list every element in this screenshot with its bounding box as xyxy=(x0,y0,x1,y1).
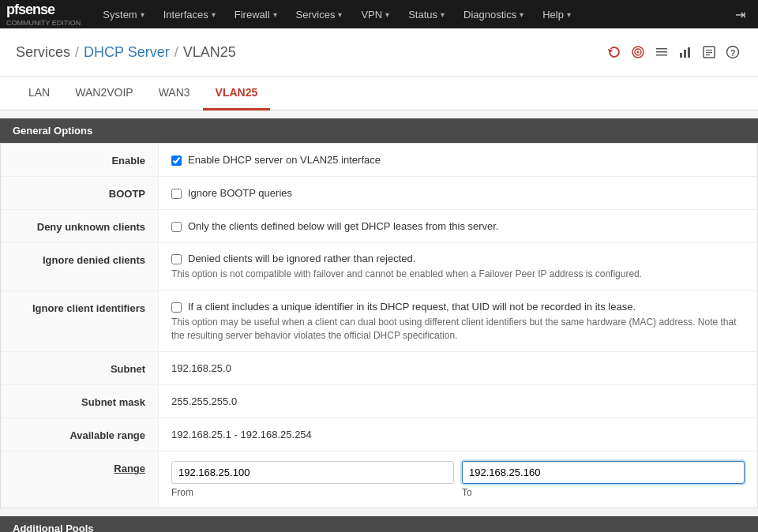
toolbar-icon-list[interactable] xyxy=(652,43,671,62)
navbar: pfsense COMMUNITY EDITION System ▾ Inter… xyxy=(0,0,758,28)
value-ignore-identifiers: If a client includes a unique identifier… xyxy=(159,291,757,352)
nav-item-vpn[interactable]: VPN ▾ xyxy=(351,0,399,28)
tab-lan[interactable]: LAN xyxy=(16,77,62,111)
label-deny-unknown: Deny unknown clients xyxy=(1,210,159,242)
field-enable: Enable Enable DHCP server on VLAN25 inte… xyxy=(1,144,757,177)
field-deny-unknown: Deny unknown clients Only the clients de… xyxy=(1,210,757,243)
ignore-denied-checkbox[interactable] xyxy=(171,254,182,264)
value-subnet: 192.168.25.0 xyxy=(159,352,757,384)
toolbar-icon-target[interactable] xyxy=(629,43,647,62)
value-bootp: Ignore BOOTP queries xyxy=(159,177,757,209)
field-subnet: Subnet 192.168.25.0 xyxy=(1,352,757,385)
value-deny-unknown: Only the clients defined below will get … xyxy=(159,210,757,242)
field-available-range: Available range 192.168.25.1 - 192.168.2… xyxy=(1,418,757,451)
range-label-text: Range xyxy=(114,463,145,474)
main-content: General Options Enable Enable DHCP serve… xyxy=(0,118,758,532)
svg-rect-5 xyxy=(656,51,667,53)
enable-text: Enable DHCP server on VLAN25 interface xyxy=(188,154,381,166)
nav-item-status[interactable]: Status ▾ xyxy=(399,0,454,28)
enable-label[interactable]: Enable DHCP server on VLAN25 interface xyxy=(171,154,745,166)
svg-rect-12 xyxy=(706,52,712,53)
toolbar-icon-refresh[interactable] xyxy=(605,43,624,62)
range-to-label: To xyxy=(462,487,745,498)
svg-rect-9 xyxy=(688,47,690,58)
svg-rect-8 xyxy=(684,50,686,58)
ignore-denied-help: This option is not compatible with failo… xyxy=(171,268,745,281)
label-bootp: BOOTP xyxy=(1,177,159,209)
nav-item-services[interactable]: Services ▾ xyxy=(287,0,352,28)
services-caret: ▾ xyxy=(338,10,342,19)
help-caret: ▾ xyxy=(567,10,571,19)
ignore-identifiers-text: If a client includes a unique identifier… xyxy=(188,301,636,313)
value-available-range: 192.168.25.1 - 192.168.25.254 xyxy=(159,418,757,451)
logout-icon[interactable]: ⇥ xyxy=(729,7,752,22)
available-range-value: 192.168.25.1 - 192.168.25.254 xyxy=(171,429,745,440)
range-inputs: From To xyxy=(171,461,745,498)
svg-rect-13 xyxy=(706,54,710,55)
range-from-input[interactable] xyxy=(171,461,454,484)
pfsense-logo: pfsense xyxy=(6,2,81,18)
svg-point-3 xyxy=(637,51,640,54)
sense-text: sense xyxy=(18,2,54,17)
nav-item-diagnostics[interactable]: Diagnostics ▾ xyxy=(454,0,533,28)
diagnostics-caret: ▾ xyxy=(520,10,523,19)
tab-vlan25[interactable]: VLAN25 xyxy=(203,77,271,111)
deny-unknown-label[interactable]: Only the clients defined below will get … xyxy=(171,220,745,232)
nav-item-system[interactable]: System ▾ xyxy=(93,0,153,28)
range-from-label: From xyxy=(171,487,454,498)
label-enable: Enable xyxy=(1,144,159,176)
ignore-denied-label[interactable]: Denied clients will be ignored rather th… xyxy=(171,253,745,264)
breadcrumb-bar: Services / DHCP Server / VLAN25 ? xyxy=(0,28,758,77)
system-caret: ▾ xyxy=(141,10,144,19)
toolbar-icon-chart[interactable] xyxy=(676,43,695,62)
subnet-value: 192.168.25.0 xyxy=(171,362,745,374)
ignore-identifiers-label[interactable]: If a client includes a unique identifier… xyxy=(171,301,745,313)
enable-checkbox[interactable] xyxy=(171,155,182,166)
nav-item-firewall[interactable]: Firewall ▾ xyxy=(225,0,287,28)
svg-rect-7 xyxy=(680,53,682,58)
label-ignore-identifiers: Ignore client identifiers xyxy=(1,291,159,352)
bootp-text: Ignore BOOTP queries xyxy=(188,187,292,199)
nav-item-help[interactable]: Help ▾ xyxy=(533,0,580,28)
status-caret: ▾ xyxy=(441,10,445,19)
toolbar-icons: ? xyxy=(605,43,742,62)
pf-text: pf xyxy=(6,2,18,17)
breadcrumb-current: VLAN25 xyxy=(183,44,236,61)
breadcrumb-parent[interactable]: DHCP Server xyxy=(84,44,170,61)
firewall-caret: ▾ xyxy=(273,10,277,19)
toolbar-icon-help[interactable]: ? xyxy=(723,43,742,62)
label-subnet: Subnet xyxy=(1,352,159,384)
label-ignore-denied: Ignore denied clients xyxy=(1,243,159,290)
svg-rect-4 xyxy=(656,48,667,50)
svg-marker-0 xyxy=(608,49,613,53)
brand: pfsense COMMUNITY EDITION xyxy=(6,2,81,27)
deny-unknown-checkbox[interactable] xyxy=(171,222,182,232)
bootp-label[interactable]: Ignore BOOTP queries xyxy=(171,187,745,199)
range-to-input[interactable] xyxy=(462,461,745,484)
field-ignore-identifiers: Ignore client identifiers If a client in… xyxy=(1,291,757,353)
label-subnet-mask: Subnet mask xyxy=(1,385,159,418)
field-range: Range From To xyxy=(1,451,757,508)
bootp-checkbox[interactable] xyxy=(171,189,182,199)
breadcrumb-sep2: / xyxy=(174,44,178,61)
field-subnet-mask: Subnet mask 255.255.255.0 xyxy=(1,385,757,418)
field-bootp: BOOTP Ignore BOOTP queries xyxy=(1,177,757,210)
svg-rect-11 xyxy=(706,50,712,51)
value-ignore-denied: Denied clients will be ignored rather th… xyxy=(159,243,757,290)
vpn-caret: ▾ xyxy=(385,10,389,19)
ignore-denied-text: Denied clients will be ignored rather th… xyxy=(188,253,415,264)
nav-menu: System ▾ Interfaces ▾ Firewall ▾ Service… xyxy=(93,0,729,28)
general-options-section: Enable Enable DHCP server on VLAN25 inte… xyxy=(0,143,758,508)
value-enable: Enable DHCP server on VLAN25 interface xyxy=(159,144,757,176)
general-options-header: General Options xyxy=(0,118,758,143)
logo: pfsense COMMUNITY EDITION xyxy=(6,2,81,27)
tab-wan2voip[interactable]: WAN2VOIP xyxy=(62,77,145,111)
ignore-identifiers-checkbox[interactable] xyxy=(171,302,182,313)
nav-item-interfaces[interactable]: Interfaces ▾ xyxy=(154,0,225,28)
toolbar-icon-notes[interactable] xyxy=(700,43,719,62)
tab-wan3[interactable]: WAN3 xyxy=(146,77,203,111)
range-from-col: From xyxy=(171,461,454,498)
field-ignore-denied: Ignore denied clients Denied clients wil… xyxy=(1,243,757,291)
tabs-bar: LAN WAN2VOIP WAN3 VLAN25 xyxy=(0,77,758,111)
svg-text:?: ? xyxy=(730,48,736,58)
